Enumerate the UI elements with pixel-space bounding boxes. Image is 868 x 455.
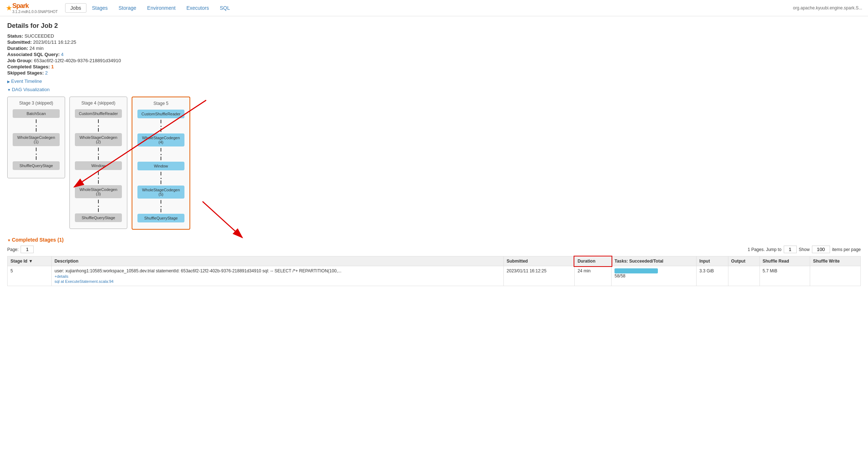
- dot-connector: [137, 152, 184, 157]
- dag-node-window-4: Window: [75, 161, 122, 170]
- status-label: Status:: [7, 33, 23, 39]
- connector: [98, 119, 99, 123]
- spark-logo: ★ Spark 3.1.2-mdh1.0.0-SNAPSHOT: [6, 2, 58, 14]
- dag-stage-3: Stage 3 (skipped) BatchScan WholeStageCo…: [7, 97, 65, 178]
- col-tasks[interactable]: Tasks: Succeeded/Total: [612, 256, 696, 266]
- col-stage-id[interactable]: Stage Id ▼: [8, 256, 52, 266]
- show-label: Show: [799, 247, 810, 252]
- dag-node-shufflequery-3: ShuffleQueryStage: [13, 161, 60, 170]
- items-per-page-label: items per page: [832, 247, 861, 252]
- table-header-row: Stage Id ▼ Description Submitted Duratio…: [8, 256, 861, 266]
- page-input[interactable]: [21, 246, 34, 253]
- connector: [161, 128, 161, 132]
- submitted-row: Submitted: 2023/01/11 16:12:25: [7, 39, 861, 45]
- cell-submitted: 2023/01/11 16:12:25: [503, 266, 574, 286]
- connector: [98, 148, 99, 151]
- top-header: ★ Spark 3.1.2-mdh1.0.0-SNAPSHOT Jobs Sta…: [0, 0, 868, 16]
- nav-jobs[interactable]: Jobs: [65, 3, 87, 13]
- stages-table: Stage Id ▼ Description Submitted Duratio…: [7, 256, 861, 286]
- duration-row: Duration: 24 min: [7, 46, 861, 51]
- connector: [161, 209, 161, 212]
- dag-stage-5: Stage 5 CustomShuffleReader WholeStageCo…: [132, 97, 190, 230]
- description-link[interactable]: +details: [55, 274, 501, 278]
- connector: [161, 148, 161, 152]
- job-info-table: Status: SUCCEEDED Submitted: 2023/01/11 …: [7, 33, 861, 76]
- dag-node-wholestage4: WholeStageCodegen (4): [137, 133, 184, 146]
- col-shuffle-read[interactable]: Shuffle Read: [760, 256, 810, 266]
- col-submitted[interactable]: Submitted: [503, 256, 574, 266]
- skipped-stages-label: Skipped Stages:: [7, 70, 44, 76]
- dot-connector: [75, 203, 122, 208]
- dag-node-batchscan: BatchScan: [13, 109, 60, 118]
- show-count-input[interactable]: [812, 246, 830, 253]
- tasks-progress-bar-fill: [614, 268, 658, 273]
- page-title: Details for Job 2: [7, 22, 861, 30]
- connector: [98, 156, 99, 160]
- dot-connector: [13, 123, 60, 128]
- completed-stages-section-label: Completed Stages (1): [12, 237, 64, 243]
- status-row: Status: SUCCEEDED: [7, 33, 861, 39]
- sql-query-row: Associated SQL Query: 4: [7, 52, 861, 57]
- app-name: org.apache.kyuubi.engine.spark.S...: [793, 5, 862, 10]
- col-duration[interactable]: Duration: [574, 256, 611, 266]
- submitted-value: 2023/01/11 16:12:25: [33, 39, 76, 45]
- dot-connector: [75, 151, 122, 156]
- duration-value: 24 min: [29, 46, 43, 51]
- dag-visualization: Stage 3 (skipped) BatchScan WholeStageCo…: [7, 97, 861, 230]
- cell-description: user: xujianhong1:10585:workspace_10585.…: [51, 266, 503, 286]
- col-input[interactable]: Input: [696, 256, 728, 266]
- dag-toggle[interactable]: DAG Visualization: [7, 87, 861, 92]
- tasks-count: 58/58: [614, 273, 625, 278]
- sql-link[interactable]: 4: [61, 52, 64, 57]
- cell-duration: 24 min: [574, 266, 611, 286]
- jump-to-input[interactable]: [784, 246, 797, 253]
- completed-stages-value[interactable]: 1: [51, 64, 54, 69]
- connector: [161, 200, 161, 204]
- dag-node-wholestage3: WholeStageCodegen (3): [75, 185, 122, 198]
- connector: [98, 180, 99, 184]
- connector: [98, 208, 99, 212]
- skipped-stages-value[interactable]: 2: [45, 70, 48, 76]
- col-output[interactable]: Output: [728, 256, 760, 266]
- spark-version: 3.1.2-mdh1.0.0-SNAPSHOT: [12, 10, 58, 14]
- job-group-row: Job Group: 653ac6f2-12f2-402b-9376-21889…: [7, 58, 861, 63]
- col-shuffle-write[interactable]: Shuffle Write: [810, 256, 860, 266]
- execute-statement-link[interactable]: sql at ExecuteStatement.scala:94: [55, 279, 501, 284]
- dag-node-shufflequery-5: ShuffleQueryStage: [137, 214, 184, 222]
- nav-storage[interactable]: Storage: [113, 3, 142, 13]
- completed-stages-title[interactable]: Completed Stages (1): [7, 237, 861, 243]
- dag-node-wholestage1: WholeStageCodegen (1): [13, 133, 60, 146]
- nav-executors[interactable]: Executors: [181, 3, 214, 13]
- event-timeline-toggle[interactable]: Event Timeline: [7, 78, 861, 84]
- table-row: 5 user: xujianhong1:10585:workspace_1058…: [8, 266, 861, 286]
- dot-connector: [137, 204, 184, 209]
- page-label: Page:: [7, 247, 18, 252]
- cell-shuffle-read: 5.7 MiB: [760, 266, 810, 286]
- completed-stages-row: Completed Stages: 1: [7, 64, 861, 69]
- nav-sql[interactable]: SQL: [214, 3, 235, 13]
- dot-connector: [137, 175, 184, 180]
- completed-stages-section: Completed Stages (1) Page: 1 Pages. Jump…: [7, 237, 861, 286]
- description-text: user: xujianhong1:10585:workspace_10585.…: [55, 268, 341, 273]
- duration-label: Duration:: [7, 46, 28, 51]
- spark-brand-name: Spark: [12, 2, 29, 9]
- dot-connector: [13, 151, 60, 156]
- cell-tasks: 58/58: [612, 266, 696, 286]
- dag-stage-4-title: Stage 4 (skipped): [75, 101, 122, 106]
- skipped-stages-row: Skipped Stages: 2: [7, 70, 861, 76]
- pagination-left: Page:: [7, 246, 34, 253]
- sql-label: Associated SQL Query:: [7, 52, 60, 57]
- dag-stages-container: Stage 3 (skipped) BatchScan WholeStageCo…: [7, 97, 861, 230]
- nav-stages[interactable]: Stages: [86, 3, 113, 13]
- nav-environment[interactable]: Environment: [142, 3, 181, 13]
- connector: [161, 157, 161, 160]
- connector: [98, 128, 99, 132]
- dag-node-wholestage5: WholeStageCodegen (5): [137, 186, 184, 199]
- pagination-right: 1 Pages. Jump to Show items per page: [748, 246, 861, 253]
- col-description[interactable]: Description: [51, 256, 503, 266]
- pages-info: 1 Pages. Jump to: [748, 247, 781, 252]
- completed-stages-label: Completed Stages:: [7, 64, 50, 69]
- cell-input: 3.3 GiB: [696, 266, 728, 286]
- cell-stage-id: 5: [8, 266, 52, 286]
- cell-shuffle-write: [810, 266, 860, 286]
